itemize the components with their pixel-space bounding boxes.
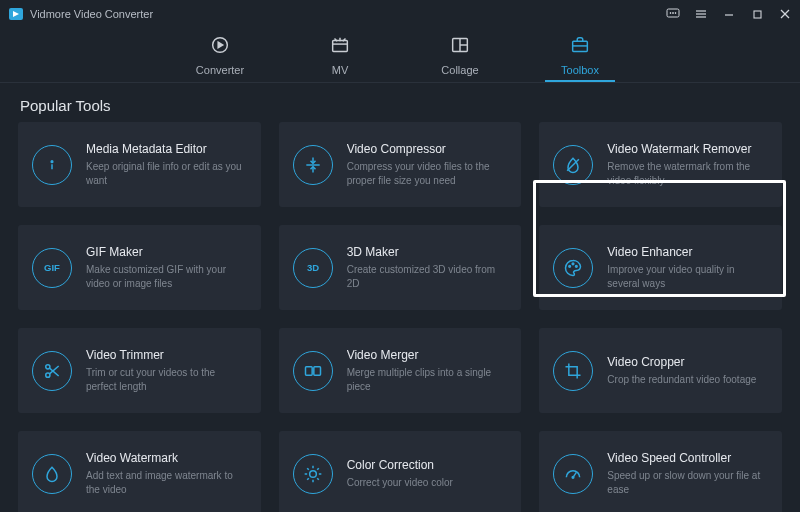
window-controls: [666, 7, 792, 21]
tool-desc: Correct your video color: [347, 476, 453, 490]
gif-icon: GIF: [32, 248, 72, 288]
tab-converter-label: Converter: [196, 64, 244, 76]
tool-desc: Speed up or slow down your file at ease: [607, 469, 768, 496]
tool-desc: Make customized GIF with your video or i…: [86, 263, 247, 290]
tool-title: Video Enhancer: [607, 245, 768, 259]
tools-grid: Media Metadata Editor Keep original file…: [0, 122, 800, 512]
tool-desc: Remove the watermark from the video flex…: [607, 160, 768, 187]
tool-desc: Compress your video files to the proper …: [347, 160, 508, 187]
svg-rect-13: [333, 40, 348, 51]
tab-toolbox-label: Toolbox: [561, 64, 599, 76]
tab-mv[interactable]: MV: [309, 34, 371, 82]
tab-mv-label: MV: [332, 64, 349, 76]
tab-toolbox[interactable]: Toolbox: [549, 34, 611, 82]
svg-text:GIF: GIF: [44, 262, 60, 273]
tab-collage-label: Collage: [441, 64, 478, 76]
minimize-button[interactable]: [722, 7, 736, 21]
tool-video-cropper[interactable]: Video Cropper Crop the redundant video f…: [539, 328, 782, 413]
tool-video-trimmer[interactable]: Video Trimmer Trim or cut your videos to…: [18, 328, 261, 413]
palette-icon: [553, 248, 593, 288]
tabs-bar: Converter MV Collage Toolbox: [0, 28, 800, 83]
tool-video-watermark[interactable]: Video Watermark Add text and image water…: [18, 431, 261, 512]
compress-icon: [293, 145, 333, 185]
close-button[interactable]: [778, 7, 792, 21]
converter-icon: [209, 34, 231, 60]
three-d-icon: 3D: [293, 248, 333, 288]
tab-collage[interactable]: Collage: [429, 34, 491, 82]
section-title: Popular Tools: [0, 83, 800, 122]
tool-color-correction[interactable]: Color Correction Correct your video colo…: [279, 431, 522, 512]
svg-rect-35: [313, 366, 320, 374]
svg-rect-34: [305, 366, 312, 374]
tool-video-watermark-remover[interactable]: Video Watermark Remover Remove the water…: [539, 122, 782, 207]
menu-icon[interactable]: [694, 7, 708, 21]
svg-point-46: [572, 476, 574, 478]
collage-icon: [449, 34, 471, 60]
tool-title: Media Metadata Editor: [86, 142, 247, 156]
tool-title: 3D Maker: [347, 245, 508, 259]
mv-icon: [329, 34, 351, 60]
info-icon: [32, 145, 72, 185]
svg-line-43: [307, 478, 309, 480]
tool-desc: Improve your video quality in several wa…: [607, 263, 768, 290]
merge-icon: [293, 351, 333, 391]
svg-line-41: [307, 468, 309, 470]
tool-video-compressor[interactable]: Video Compressor Compress your video fil…: [279, 122, 522, 207]
tool-desc: Keep original file info or edit as you w…: [86, 160, 247, 187]
watermark-remove-icon: [553, 145, 593, 185]
toolbox-icon: [569, 34, 591, 60]
tool-desc: Create customized 3D video from 2D: [347, 263, 508, 290]
svg-point-2: [670, 13, 671, 14]
tool-desc: Trim or cut your videos to the perfect l…: [86, 366, 247, 393]
app-title: Vidmore Video Converter: [30, 8, 153, 20]
tool-title: Color Correction: [347, 458, 453, 472]
tool-media-metadata-editor[interactable]: Media Metadata Editor Keep original file…: [18, 122, 261, 207]
svg-point-30: [46, 364, 50, 368]
tool-title: Video Watermark: [86, 451, 247, 465]
tool-desc: Add text and image watermark to the vide…: [86, 469, 247, 496]
svg-line-44: [317, 468, 319, 470]
content-area: Popular Tools Media Metadata Editor Keep…: [0, 83, 800, 512]
tool-title: Video Watermark Remover: [607, 142, 768, 156]
svg-point-36: [309, 470, 316, 477]
tool-3d-maker[interactable]: 3D 3D Maker Create customized 3D video f…: [279, 225, 522, 310]
tool-desc: Merge multiple clips into a single piece: [347, 366, 508, 393]
drop-icon: [32, 454, 72, 494]
tool-video-merger[interactable]: Video Merger Merge multiple clips into a…: [279, 328, 522, 413]
svg-line-42: [317, 478, 319, 480]
svg-point-27: [569, 265, 571, 267]
tool-title: Video Merger: [347, 348, 508, 362]
svg-rect-9: [754, 11, 761, 18]
maximize-button[interactable]: [750, 7, 764, 21]
sun-icon: [293, 454, 333, 494]
tool-title: Video Speed Controller: [607, 451, 768, 465]
app-brand: Vidmore Video Converter: [8, 6, 153, 22]
scissors-icon: [32, 351, 72, 391]
tool-gif-maker[interactable]: GIF GIF Maker Make customized GIF with y…: [18, 225, 261, 310]
tool-title: GIF Maker: [86, 245, 247, 259]
tool-video-speed-controller[interactable]: Video Speed Controller Speed up or slow …: [539, 431, 782, 512]
svg-text:3D: 3D: [307, 262, 319, 273]
tool-title: Video Compressor: [347, 142, 508, 156]
feedback-icon[interactable]: [666, 7, 680, 21]
titlebar: Vidmore Video Converter: [0, 0, 800, 28]
tool-desc: Crop the redundant video footage: [607, 373, 756, 387]
svg-point-3: [673, 13, 674, 14]
speed-icon: [553, 454, 593, 494]
crop-icon: [553, 351, 593, 391]
svg-point-31: [46, 373, 50, 377]
tool-video-enhancer[interactable]: Video Enhancer Improve your video qualit…: [539, 225, 782, 310]
tool-title: Video Trimmer: [86, 348, 247, 362]
tool-title: Video Cropper: [607, 355, 756, 369]
app-logo-icon: [8, 6, 24, 22]
svg-point-19: [51, 160, 53, 162]
svg-point-29: [576, 265, 578, 267]
svg-point-4: [675, 13, 676, 14]
svg-point-28: [572, 263, 574, 265]
tab-converter[interactable]: Converter: [189, 34, 251, 82]
